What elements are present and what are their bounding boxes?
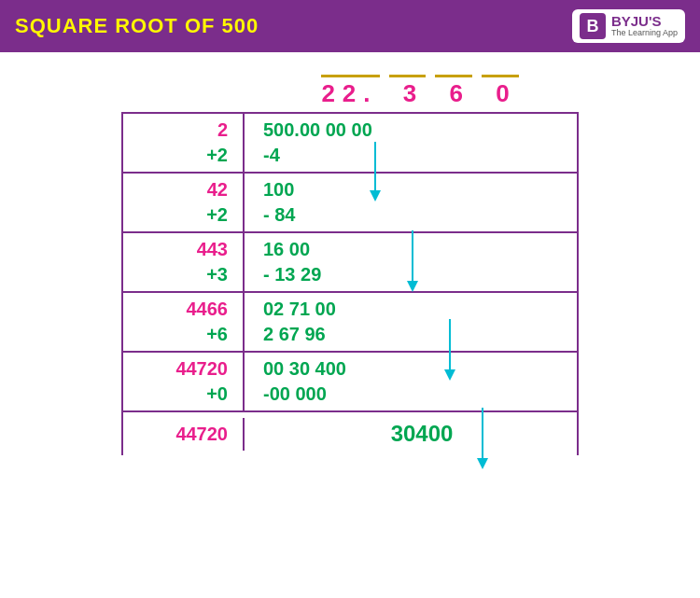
right-main-1: 500.00 00 00	[263, 119, 581, 141]
left-cell-3: 443 +3	[123, 233, 245, 291]
left-sub-3: +3	[206, 264, 228, 285]
page-title: SQUARE ROOT OF 500	[15, 14, 259, 38]
right-sub-1: -4	[263, 145, 581, 166]
right-sub-4: 2 67 96	[263, 324, 581, 345]
header: SQUARE ROOT OF 500 B BYJU'S The Learning…	[0, 0, 700, 52]
right-cell-1: 500.00 00 00 -4	[245, 114, 581, 172]
left-cell-5: 44720 +0	[123, 353, 245, 410]
quotient-digit-22: 22.	[321, 75, 379, 108]
division-table: 2 +2 500.00 00 00 -4 42 +2 100 - 84	[121, 112, 579, 455]
left-sub-4: +6	[206, 324, 228, 345]
right-sub-3: - 13 29	[263, 264, 581, 285]
byju-b-icon: B	[580, 13, 606, 39]
byju-name: BYJU'S	[611, 14, 678, 30]
left-main-1: 2	[217, 119, 228, 141]
left-sub-5: +0	[206, 383, 228, 405]
quotient-digit-0: 0	[482, 75, 519, 108]
left-cell-6: 44720	[123, 418, 245, 451]
table-row: 44720 30400	[123, 412, 577, 455]
byju-logo: B BYJU'S The Learning App	[572, 9, 685, 43]
table-row: 44720 +0 00 30 400 -00 000	[123, 353, 577, 412]
left-cell-4: 4466 +6	[123, 293, 245, 351]
right-cell-6: 30400	[245, 415, 581, 452]
left-cell-2: 42 +2	[123, 174, 245, 231]
right-sub-2: - 84	[263, 204, 581, 226]
left-main-2: 42	[207, 179, 228, 201]
right-main-3: 16 00	[263, 239, 581, 260]
table-wrapper: 22. 3 6 0	[121, 71, 579, 455]
byju-tagline: The Learning App	[611, 29, 678, 38]
left-main-6: 44720	[175, 424, 228, 445]
right-sub-5: -00 000	[263, 383, 581, 405]
right-main-2: 100	[263, 179, 581, 201]
byju-text: BYJU'S The Learning App	[611, 14, 678, 38]
right-main-6: 30400	[391, 421, 454, 447]
left-sub-1: +2	[206, 145, 228, 166]
quotient-display: 22. 3 6 0	[243, 75, 579, 108]
right-main-5: 00 30 400	[263, 358, 581, 380]
quotient-digit-6: 6	[435, 75, 472, 108]
left-main-5: 44720	[175, 358, 228, 380]
quotient-digit-3: 3	[389, 75, 427, 108]
table-row: 443 +3 16 00 - 13 29	[123, 233, 577, 293]
table-row: 4466 +6 02 71 00 2 67 96	[123, 293, 577, 353]
left-cell-1: 2 +2	[123, 114, 245, 172]
right-main-4: 02 71 00	[263, 299, 581, 320]
quotient-row: 22. 3 6 0	[121, 71, 579, 112]
right-cell-2: 100 - 84	[245, 174, 581, 231]
left-main-4: 4466	[187, 299, 229, 320]
table-row: 42 +2 100 - 84	[123, 174, 577, 233]
left-sub-2: +2	[206, 204, 228, 226]
right-cell-4: 02 71 00 2 67 96	[245, 293, 581, 351]
right-cell-5: 00 30 400 -00 000	[245, 353, 581, 410]
table-row: 2 +2 500.00 00 00 -4	[123, 114, 577, 174]
right-cell-3: 16 00 - 13 29	[245, 233, 581, 291]
left-main-3: 443	[197, 239, 228, 260]
main-content: 22. 3 6 0	[0, 52, 700, 465]
